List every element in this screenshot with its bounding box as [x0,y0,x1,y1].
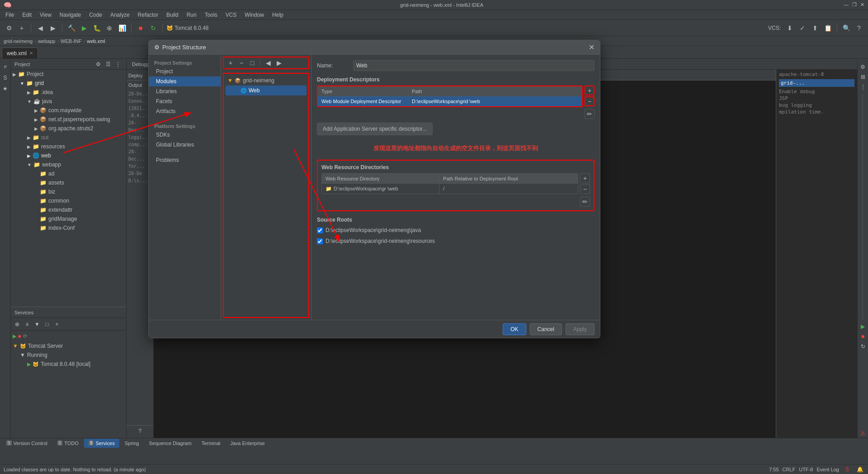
dialog-close-btn[interactable]: ✕ [589,43,594,52]
window-controls[interactable]: — ❐ ✕ [844,2,864,8]
status-notifications-icon[interactable]: 🔔 [855,465,864,474]
right-more-icon[interactable]: ⋮ [859,82,868,91]
services-expand-btn[interactable]: □ [42,320,52,329]
vcs-history-btn[interactable]: 📋 [822,23,833,33]
module-copy-btn[interactable]: □ [247,58,257,68]
toolbar-coverage-btn[interactable]: ⊕ [104,23,115,33]
nav-project[interactable]: Project [149,66,221,76]
menu-analyze[interactable]: Analyze [107,11,133,19]
tree-project-root[interactable]: ▶ 📁 Project [11,70,126,79]
tree-out[interactable]: ▶ 📁 out [11,133,126,142]
toolbar-build-btn[interactable]: 🔨 [66,23,77,33]
wr-edit-btn[interactable]: ✏ [580,197,590,207]
tab-close-icon[interactable]: ✕ [29,51,33,56]
dialog-apply-btn[interactable]: Apply [566,323,594,335]
wr-row-0[interactable]: 📁 D:\eclipseWorkspace\gr \web / [322,184,578,194]
nav-sdks[interactable]: SDKs [149,130,221,140]
toolbar-search-btn[interactable]: 🔍 [841,23,852,33]
tree-web[interactable]: ▶ 🌐 web [11,151,126,160]
vcs-commit-btn[interactable]: ✓ [797,23,808,33]
services-filter-btn[interactable]: ≡ [23,320,32,329]
btab-spring[interactable]: Spring [120,439,144,448]
services-group-btn[interactable]: ▼ [33,320,42,329]
toolbar-forward-btn[interactable]: ▶ [47,23,58,33]
wr-add-btn[interactable]: + [580,173,590,183]
deployment-row-0[interactable]: Web Module Deployment Descriptor D:\ecli… [318,96,582,106]
menu-build[interactable]: Build [163,11,182,19]
btab-java-enterprise[interactable]: Java Enterprise [226,439,269,448]
services-running[interactable]: ▼ Running [11,351,126,360]
services-tomcat-server[interactable]: ▼ 🐱 Tomcat Server [11,341,126,351]
menu-refactor[interactable]: Refactor [134,11,162,19]
name-input[interactable] [353,60,594,71]
wr-remove-btn[interactable]: − [580,184,590,194]
right-layout-icon[interactable]: ⊞ [859,72,868,81]
btab-version-control[interactable]: 9 Version Control [2,439,52,448]
menu-window[interactable]: Window [241,11,268,19]
tab-webxml[interactable]: web.xml ✕ [2,47,38,58]
tree-common[interactable]: ▶ 📁 common [11,196,126,205]
toolbar-stop-btn[interactable]: ■ [135,23,146,33]
vcs-update-btn[interactable]: ⬇ [784,23,795,33]
tree-assets[interactable]: ▶ 📁 assets [11,178,126,187]
menu-navigate[interactable]: Navigate [56,11,85,19]
menu-file[interactable]: File [2,11,18,19]
toolbar-debug-btn[interactable]: 🐛 [91,23,102,33]
menu-edit[interactable]: Edit [19,11,35,19]
right-settings-icon[interactable]: ⚙ [859,62,868,71]
toolbar-back-btn[interactable]: ◀ [35,23,46,33]
toolbar-add-btn[interactable]: + [16,23,27,33]
close-btn[interactable]: ✕ [860,2,864,8]
services-add2-btn[interactable]: + [52,320,61,329]
tree-jasper[interactable]: ▶ 📦 net.sf.jasperreports.swing [11,115,126,124]
project-settings-btn[interactable]: ⚙ [94,60,103,69]
bc-part-3[interactable]: WEB-INF [61,38,81,44]
menu-help[interactable]: Help [269,11,287,19]
services-add-btn[interactable]: ⊕ [13,320,22,329]
source-root-1-checkbox[interactable] [317,238,323,244]
source-root-0-checkbox[interactable] [317,228,323,233]
bc-part-4[interactable]: web.xml [87,38,105,44]
status-event-log[interactable]: Event Log [816,467,839,472]
tree-gridmanage[interactable]: ▶ 📁 gridManage [11,214,126,223]
toolbar-profile-btn[interactable]: 📊 [117,23,127,33]
tree-struts[interactable]: ▶ 📦 org.apache.struts2 [11,124,126,133]
services-tomcat-instance[interactable]: ▶ 🐱 Tomcat 8.0.48 [local] [11,360,126,369]
module-back-btn[interactable]: ◀ [263,58,273,68]
nav-modules[interactable]: Modules [149,76,221,86]
services-run-btn[interactable]: ▶ ■ ⟳ [11,331,126,341]
menu-run[interactable]: Run [183,11,200,19]
maximize-btn[interactable]: ❐ [852,2,857,8]
nav-facets[interactable]: Facets [149,96,221,106]
dialog-ok-btn[interactable]: OK [503,323,526,335]
btab-todo[interactable]: 6 TODO [53,439,83,448]
minimize-btn[interactable]: — [844,2,849,8]
project-options-btn[interactable]: ☰ [104,60,113,69]
module-remove-btn[interactable]: − [236,58,246,68]
toolbar-restart-btn[interactable]: ↻ [148,23,159,33]
tree-java[interactable]: ▼ ☕ java [11,97,126,106]
favorites-icon[interactable]: ★ [1,84,10,93]
dialog-cancel-btn[interactable]: Cancel [530,323,562,335]
menu-tools[interactable]: Tools [201,11,221,19]
right-stop-icon[interactable]: ■ [859,332,868,341]
add-descriptor-btn[interactable]: Add Application Server specific descript… [317,123,433,135]
question-mark-btn[interactable]: ? [127,425,153,436]
module-fwd-btn[interactable]: ▶ [274,58,284,68]
bc-part-2[interactable]: webapp [38,38,56,44]
nav-artifacts[interactable]: Artifacts [149,106,221,116]
toolbar-help-btn[interactable]: ? [854,23,864,33]
tree-idea[interactable]: ▶ 📁 .idea [11,88,126,97]
right-run-icon[interactable]: ▶ [859,322,868,331]
menu-vcs[interactable]: VCS [222,11,241,19]
btab-terminal[interactable]: Terminal [197,439,225,448]
tree-index-conf[interactable]: ▶ 📁 index-Conf [11,223,126,232]
nav-problems[interactable]: Problems [149,155,221,165]
nav-libraries[interactable]: Libraries [149,86,221,96]
tree-webapp[interactable]: ▼ 📁 webapp [11,160,126,169]
dep-add-btn[interactable]: + [585,85,594,95]
project-icon[interactable]: P [1,62,10,71]
vcs-push-btn[interactable]: ⬆ [810,23,821,33]
module-add-btn[interactable]: + [226,58,236,68]
toolbar-run-btn[interactable]: ▶ [79,23,90,33]
